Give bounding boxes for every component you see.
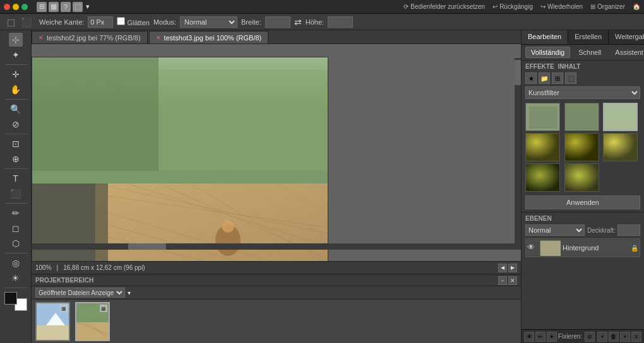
project-minimize-btn[interactable]: − <box>498 276 507 285</box>
status-separator: | <box>57 264 59 271</box>
horizontal-scrollbar[interactable] <box>32 243 515 250</box>
scrollbar-thumb-h[interactable] <box>128 243 166 250</box>
dropdown-arrow[interactable]: ▾ <box>85 2 91 12</box>
maximize-window-btn[interactable] <box>21 4 28 10</box>
weiche-kante-label: Weiche Kante: <box>39 18 84 26</box>
panel-tab-bearbeiten[interactable]: Bearbeiten <box>522 30 568 44</box>
fixieren-btn-1[interactable]: ⊘ <box>585 332 595 342</box>
shape-tool-btn[interactable]: ⬛ <box>9 187 23 201</box>
swap-icon[interactable]: ⇄ <box>294 17 302 27</box>
filter-thumb-7[interactable] <box>525 163 560 192</box>
brush-tool-btn[interactable]: ✏ <box>9 206 23 220</box>
tab-bar-container: ✕ testshot2.jpg bei 77% (RGB/8) ✕ testsh… <box>32 30 521 44</box>
tab-testshot3[interactable]: ✕ testshot3.jpg bei 100% (RGB/8) <box>149 31 269 44</box>
lasso-tool-btn[interactable]: ⊹ <box>9 33 23 47</box>
app-icon-grid[interactable]: ⊞ <box>37 2 47 12</box>
subtab-schnell[interactable]: Schnell <box>573 47 607 58</box>
selection-tools-group: ⬚ ⬛ <box>4 15 33 29</box>
panel-tool-delete[interactable]: 🗑 <box>609 332 619 342</box>
filter-thumb-3[interactable] <box>603 103 638 131</box>
file-thumbnail-2[interactable]: ▦ <box>75 302 110 341</box>
hand-tool-btn[interactable]: ✋ <box>9 83 23 96</box>
dodge-tool-btn[interactable]: ☀ <box>9 271 23 285</box>
filter-icon-frame[interactable]: ⬚ <box>565 73 576 84</box>
magic-wand-btn[interactable]: ✦ <box>9 48 23 62</box>
filter-thumb-8[interactable] <box>564 163 599 192</box>
blur-tool-btn[interactable]: ◎ <box>9 256 23 270</box>
organizer-btn[interactable]: ⊞ Organizer <box>590 3 625 10</box>
fixieren-btn-2[interactable]: + <box>597 332 607 342</box>
eyedropper-btn[interactable]: ⊘ <box>9 117 23 131</box>
tab-close-1[interactable]: ✕ <box>39 35 44 41</box>
eraser-tool-btn[interactable]: ◻ <box>9 221 23 235</box>
main-canvas <box>32 57 328 261</box>
blend-mode-select[interactable]: Normal <box>525 224 585 236</box>
scrollbar-thumb-v[interactable] <box>515 60 521 85</box>
panel-tool-menu[interactable]: ≡ <box>631 332 641 342</box>
modus-select[interactable]: Normal Multiplizieren <box>180 16 237 28</box>
lock-icon: 🔒 <box>631 245 638 252</box>
subtab-assistent[interactable]: Assistent <box>609 47 644 58</box>
options-bar: ⬚ ⬛ Weiche Kante: Glätten Modus: Normal … <box>0 14 644 30</box>
panel-tab-weitergabe[interactable]: Weitergabe <box>609 30 644 44</box>
glaetten-checkbox[interactable] <box>117 17 125 25</box>
panel-tab-erstellen[interactable]: Erstellen <box>568 30 609 44</box>
crop-tool-btn[interactable]: ⊡ <box>9 137 23 151</box>
filter-thumb-1[interactable] <box>525 103 560 131</box>
minimize-window-btn[interactable] <box>13 4 19 10</box>
tab-testshot2[interactable]: ✕ testshot2.jpg bei 77% (RGB/8) <box>32 31 148 44</box>
close-window-btn[interactable] <box>4 4 10 10</box>
app-icons: ⊞ ▦ ? ⬚ ▾ <box>37 2 91 12</box>
app-icon-help[interactable]: ? <box>61 2 71 12</box>
filter-icon-grid[interactable]: ⊞ <box>552 73 563 84</box>
marquee-tool-btn[interactable]: ⬚ <box>4 15 18 29</box>
text-tool-btn[interactable]: T <box>9 172 23 185</box>
filter-icon-folder[interactable]: 📁 <box>539 73 550 84</box>
vertical-scrollbar[interactable] <box>515 58 521 250</box>
reset-fields-btn[interactable]: ⟳ Bedienfelder zurücksetzen <box>403 3 485 10</box>
filter-thumb-2[interactable] <box>564 103 599 131</box>
selection-tool-btn[interactable]: ⬛ <box>19 15 33 29</box>
opacity-control: Deckkraft: 100% <box>587 224 640 236</box>
home-btn[interactable]: 🏠 <box>633 3 640 10</box>
thumb2-indicator: ▦ <box>100 305 107 312</box>
move-tool-btn[interactable]: ✛ <box>9 67 23 81</box>
layer-visibility-icon[interactable]: 👁 <box>527 243 537 253</box>
foreground-color-swatch[interactable] <box>4 292 17 305</box>
filter-icon-star[interactable]: ★ <box>525 73 537 84</box>
filter-thumb-4[interactable] <box>525 133 560 161</box>
scroll-right-btn[interactable]: ▶ <box>508 264 517 272</box>
tab-close-2[interactable]: ✕ <box>156 35 161 41</box>
weiche-kante-input[interactable] <box>88 16 113 28</box>
file-filter-select[interactable]: Geöffnete Dateien Anzeige <box>35 288 125 298</box>
subtab-vollstandig[interactable]: Vollständig <box>525 47 570 58</box>
svg-rect-32 <box>604 104 638 131</box>
project-close-btn[interactable]: ✕ <box>508 276 517 285</box>
scroll-left-btn[interactable]: ◀ <box>498 264 507 272</box>
opacity-input[interactable]: 100% <box>617 224 640 236</box>
retouch-tool-btn[interactable]: ⊕ <box>9 152 23 166</box>
paint-bucket-btn[interactable]: ⬡ <box>9 236 23 250</box>
file-thumbnail-1[interactable]: ▦ <box>35 302 70 341</box>
panel-tool-magic[interactable]: ✦ <box>547 332 557 342</box>
tool-separator-2 <box>4 99 27 100</box>
panel-tool-add[interactable]: + <box>620 332 630 342</box>
breite-input[interactable] <box>265 16 290 28</box>
zoom-tool-btn[interactable]: 🔍 <box>9 102 23 116</box>
app-icon-layers[interactable]: ▦ <box>49 2 59 12</box>
anwenden-button[interactable]: Anwenden <box>525 195 640 209</box>
panel-tool-brush[interactable]: ✏ <box>535 332 546 342</box>
left-toolbar: ⊹ ✦ ✛ ✋ 🔍 ⊘ ⊡ ⊕ T ⬛ ✏ ◻ ⬡ ◎ ☀ <box>0 30 32 343</box>
panel-tool-eye[interactable]: 👁 <box>524 332 534 342</box>
app-icon-window[interactable]: ⬚ <box>73 2 83 12</box>
tool-separator-3 <box>4 134 27 134</box>
filter-thumb-6[interactable] <box>603 133 638 161</box>
kunstfilter-select[interactable]: Kunstfilter <box>525 86 640 99</box>
redo-btn[interactable]: ↪ Wiederholen <box>540 3 583 10</box>
filter-thumb-5[interactable] <box>564 133 599 161</box>
undo-btn[interactable]: ↩ Rückgängig <box>492 3 533 10</box>
filter-dropdown-arrow[interactable]: ▾ <box>128 289 131 296</box>
hoehe-input[interactable] <box>328 16 353 28</box>
svg-rect-34 <box>565 134 599 161</box>
tool-separator-4 <box>4 168 27 169</box>
